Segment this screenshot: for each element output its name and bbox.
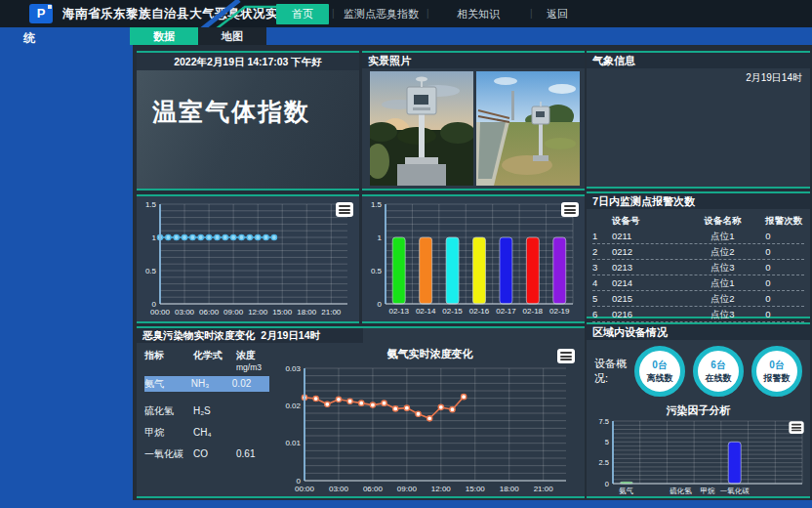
alarm-panel: 7日内监测点报警次数 设备号 设备名称 报警次数 1 0211 点位1 0 2 … [587, 191, 810, 318]
stat-label: 离线数 [647, 372, 673, 385]
svg-text:一氧化碳: 一氧化碳 [720, 487, 751, 494]
svg-text:06:00: 06:00 [363, 485, 384, 493]
alarm-table: 设备号 设备名称 报警次数 1 0211 点位1 0 2 0212 点位2 0 … [587, 209, 810, 322]
factor-chart-title: 污染因子分析 [587, 402, 810, 418]
device-overview-label: 设备概况: [594, 357, 634, 386]
svg-text:21:00: 21:00 [321, 308, 342, 317]
nav-item-home[interactable]: 首页 [276, 4, 329, 24]
svg-text:1: 1 [378, 233, 383, 242]
svg-text:12:00: 12:00 [248, 308, 268, 317]
app-logo-icon: P [29, 4, 53, 23]
chart-toolbox-icon[interactable] [789, 421, 803, 434]
chart-toolbox-icon[interactable] [336, 202, 353, 217]
odor-table-row[interactable]: 一氧化碳 CO 0.61 [144, 446, 275, 462]
chart-toolbox-icon[interactable] [557, 349, 575, 363]
svg-text:2.5: 2.5 [599, 458, 609, 467]
svg-text:21:00: 21:00 [534, 485, 554, 493]
alarm-table-row: 2 0212 点位2 0 [592, 244, 804, 260]
index-line-chart: 00.511.500:0003:0006:0009:0012:0015:0018… [137, 196, 357, 319]
svg-text:0.5: 0.5 [145, 267, 157, 275]
odor-panel: 恶臭污染物实时浓度变化 2月19日14时 指标 化学式 浓度mg/m3 氨气 N… [137, 326, 585, 498]
device-stat-circle: 6台 在线数 [693, 346, 744, 397]
dashboard-root: P 海南省乐东黎族自治县大气恶臭状况实时发布系 首页 | 监测点恶臭指数 | 相… [0, 0, 812, 508]
current-datetime: 2022年2月19日 14:17:03 下午好 [137, 53, 359, 70]
device-stats-row: 设备概况: 0台 离线数 6台 在线数 0台 报警数 [587, 340, 810, 402]
nh3-line-chart: 00.010.020.0300:0003:0006:0009:0012:0015… [275, 362, 582, 496]
nav-item-odor-index[interactable]: 监测点恶臭指数 [344, 0, 419, 27]
alarm-table-row: 6 0216 点位3 0 [592, 307, 804, 322]
site-photo-1 [370, 71, 473, 186]
svg-text:00:00: 00:00 [150, 308, 171, 317]
alarm-table-row: 5 0215 点位2 0 [592, 291, 804, 307]
svg-text:09:00: 09:00 [223, 308, 244, 317]
svg-text:02-19: 02-19 [549, 307, 570, 316]
svg-text:03:00: 03:00 [329, 485, 349, 493]
devices-panel-title: 区域内设备情况 [587, 324, 810, 340]
daily-bar-chart: 00.511.502-1302-1402-1502-1602-1702-1802… [362, 196, 583, 319]
stat-label: 报警数 [764, 372, 791, 385]
alarm-table-row: 4 0214 点位1 0 [592, 275, 804, 291]
alarm-table-row: 1 0211 点位1 0 [592, 229, 804, 244]
nh3-chart-title: 氨气实时浓度变化 [275, 347, 585, 361]
svg-text:15:00: 15:00 [466, 485, 486, 493]
svg-text:02-15: 02-15 [442, 307, 463, 316]
photos-panel-title: 实景照片 [362, 53, 585, 68]
svg-text:5: 5 [605, 438, 609, 446]
odor-table: 指标 化学式 浓度mg/m3 氨气 NH₃ 0.02 硫化氢 H₂S 甲烷 CH… [137, 343, 275, 496]
svg-text:0: 0 [605, 480, 609, 488]
svg-text:09:00: 09:00 [397, 485, 418, 493]
svg-text:00:00: 00:00 [295, 485, 315, 493]
alarm-table-row: 3 0213 点位3 0 [592, 260, 804, 275]
index-line-chart-panel: 00.511.500:0003:0006:0009:0012:0015:0018… [137, 194, 359, 323]
photos-panel: 实景照片 [362, 51, 585, 190]
nav-item-back[interactable]: 返回 [547, 0, 568, 27]
svg-text:0.01: 0.01 [285, 439, 301, 447]
svg-text:06:00: 06:00 [199, 308, 220, 317]
odor-panel-title: 恶臭污染物实时浓度变化 2月19日14时 [137, 328, 363, 343]
svg-text:硫化氢: 硫化氢 [670, 487, 692, 494]
svg-text:18:00: 18:00 [297, 308, 317, 317]
tab-map[interactable]: 地图 [198, 27, 266, 45]
stat-label: 在线数 [706, 372, 732, 385]
svg-text:15:00: 15:00 [272, 308, 293, 317]
odor-table-row[interactable]: 硫化氢 H₂S [144, 403, 275, 419]
device-stat-circle: 0台 报警数 [751, 346, 802, 397]
odor-table-row[interactable]: 甲烷 CH₄ [144, 425, 275, 441]
svg-text:0.03: 0.03 [285, 364, 301, 373]
alarm-table-header: 设备号 设备名称 报警次数 [592, 213, 804, 229]
welcome-panel: 2022年2月19日 14:17:03 下午好 温室气体指数 [137, 51, 359, 190]
svg-text:18:00: 18:00 [500, 485, 520, 493]
site-photo-2 [476, 71, 580, 186]
svg-text:7.5: 7.5 [599, 418, 609, 426]
odor-table-header: 指标 化学式 浓度mg/m3 [144, 349, 275, 372]
odor-table-row[interactable]: 氨气 NH₃ 0.02 [144, 376, 269, 392]
app-title-overflow: 统 [23, 30, 35, 47]
weather-panel-title: 气象信息 [587, 53, 810, 68]
nav-separator: | [332, 0, 335, 27]
odor-timestamp: 2月19日14时 [261, 329, 320, 341]
stat-count: 6台 [710, 359, 726, 372]
odor-chart-area: 氨气实时浓度变化 00.010.020.0300:0003:0006:0009:… [275, 343, 585, 496]
svg-text:0: 0 [378, 300, 383, 309]
content-area: 2022年2月19日 14:17:03 下午好 温室气体指数 实景照片 [133, 45, 812, 500]
svg-text:02-16: 02-16 [469, 307, 490, 316]
header-diagonal-decoration [200, 0, 278, 27]
svg-text:02-14: 02-14 [416, 307, 436, 316]
svg-text:02-13: 02-13 [388, 307, 409, 316]
tab-data[interactable]: 数据 [130, 27, 198, 45]
weather-panel: 气象信息 2月19日14时 [587, 51, 810, 189]
svg-text:1.5: 1.5 [371, 200, 383, 209]
page-headline: 温室气体指数 [137, 70, 359, 128]
nav-separator: | [530, 0, 533, 27]
nav-item-knowledge[interactable]: 相关知识 [457, 0, 500, 27]
svg-text:02-17: 02-17 [496, 307, 516, 316]
svg-text:12:00: 12:00 [431, 485, 452, 493]
svg-text:1: 1 [152, 233, 157, 242]
stat-count: 0台 [769, 359, 785, 372]
top-header: P 海南省乐东黎族自治县大气恶臭状况实时发布系 首页 | 监测点恶臭指数 | 相… [0, 0, 812, 27]
svg-text:0.5: 0.5 [371, 267, 383, 275]
svg-text:甲烷: 甲烷 [701, 487, 716, 494]
svg-text:03:00: 03:00 [175, 308, 195, 317]
welcome-body: 温室气体指数 [137, 70, 359, 189]
chart-toolbox-icon[interactable] [561, 202, 579, 217]
